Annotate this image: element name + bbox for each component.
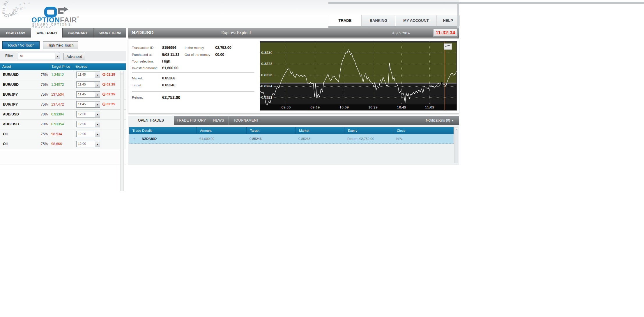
scroll-up-icon[interactable]: ▲ — [455, 128, 458, 131]
dropdown-arrow-icon[interactable]: ▼ — [95, 131, 100, 137]
asset-payout: 75% — [34, 102, 48, 106]
asset-row[interactable]: Oil 75% 98.534 12:00▼ — [0, 129, 126, 139]
target-value: 0.85246 — [162, 83, 175, 87]
expiry-select[interactable]: 11:45▼ — [76, 81, 100, 88]
expiry-select[interactable]: 12:00▼ — [76, 131, 100, 137]
dropdown-arrow-icon[interactable]: ▼ — [95, 92, 100, 97]
asset-name: AUD/USD — [3, 122, 19, 126]
asset-row[interactable]: AUD/USD 70% 0.93394 12:00▼ — [0, 110, 126, 120]
countdown-timer: 02:25 — [102, 92, 115, 96]
dropdown-arrow-icon[interactable]: ▼ — [95, 141, 100, 147]
asset-row[interactable]: EUR/JPY 75% 137.534 11:45▼ 02:25 — [0, 90, 126, 100]
asset-row[interactable]: AUD/USD 70% 0.93354 12:00▼ — [0, 120, 126, 129]
trade-target: 0.85246 — [246, 134, 295, 143]
in-the-money-label: In the money — [185, 46, 204, 49]
asset-target-price: 1.34072 — [51, 83, 64, 87]
line-chart-icon — [444, 44, 451, 49]
dropdown-arrow-icon[interactable]: ▼ — [95, 101, 100, 107]
asset-target-price: 98.666 — [51, 142, 62, 146]
bottom-tabbar: OPEN TRADES TRADE HISTORY NEWS TOURNAMEN… — [128, 116, 459, 125]
asset-name: Oil — [3, 142, 8, 146]
asset-name: EUR/USD — [3, 83, 19, 87]
nav-tab-banking[interactable]: BANKING — [361, 15, 396, 26]
open-trades-table: Trade Details Amount Target Market Expir… — [129, 127, 454, 144]
filter-label: Filter — [5, 54, 13, 58]
brand-fair: FAIR — [60, 16, 77, 24]
tab-boundary[interactable]: BOUNDARY — [63, 28, 93, 38]
col-trade-details: Trade Details — [129, 127, 196, 134]
touch-no-touch-button[interactable]: Touch / No Touch — [2, 41, 40, 49]
asset-payout: 70% — [34, 122, 48, 126]
svg-text:0.8522: 0.8522 — [261, 96, 273, 99]
nav-tab-help[interactable]: HELP — [436, 15, 460, 26]
notifications-dropdown[interactable]: Notifications (0)▼ — [426, 116, 454, 125]
clock-icon — [102, 92, 106, 96]
dropdown-arrow-icon[interactable]: ▼ — [95, 72, 100, 78]
tab-high-low[interactable]: HIGH / LOW — [0, 28, 31, 38]
expiry-select[interactable]: 11:45▼ — [76, 101, 100, 108]
scroll-up-icon[interactable]: ▲ — [121, 71, 123, 74]
tab-trade-history[interactable]: TRADE HISTORY — [174, 116, 209, 125]
nav-underbar — [328, 26, 459, 28]
asset-list-scrollbar[interactable]: ▲ — [120, 71, 124, 191]
invested-amount-value: €1,600.00 — [162, 66, 178, 70]
dropdown-arrow-icon[interactable]: ▼ — [95, 82, 100, 88]
col-target-price: Target Price — [49, 63, 70, 70]
col-asset: Asset — [2, 63, 11, 70]
transaction-id-label: Transaction ID: — [132, 46, 155, 49]
clock-icon — [102, 83, 106, 86]
expiry-select[interactable]: 12:00▼ — [76, 121, 100, 127]
market-value: 0.85268 — [162, 76, 175, 80]
col-amount: Amount — [196, 127, 246, 134]
svg-text:09:30: 09:30 — [281, 106, 291, 109]
tab-short-term[interactable]: SHORT TERM — [93, 28, 126, 38]
tab-one-touch[interactable]: ONE TOUCH — [31, 28, 63, 38]
chart-type-button[interactable] — [444, 43, 452, 50]
svg-text:0.8528: 0.8528 — [261, 62, 273, 66]
instrument-header-bar: NZD/USD Expires: Expired Aug 5 2014 11:3… — [128, 28, 459, 38]
target-label: Target: — [132, 83, 142, 87]
asset-payout: 75% — [34, 132, 48, 136]
dropdown-arrow-icon[interactable]: ▼ — [95, 111, 100, 117]
dropdown-arrow-icon[interactable]: ▼ — [55, 53, 60, 59]
tab-news[interactable]: NEWS — [209, 116, 229, 125]
countdown-timer: 02:25 — [102, 102, 115, 106]
svg-text:11:09: 11:09 — [425, 106, 434, 109]
tab-open-trades[interactable]: OPEN TRADES — [128, 116, 174, 125]
filter-select[interactable]: All ▼ — [18, 53, 60, 59]
expiry-select[interactable]: 12:00▼ — [76, 141, 100, 147]
nav-tab-my-account[interactable]: MY ACCOUNT — [395, 15, 437, 26]
window-top-strip — [328, 2, 644, 4]
asset-name: EUR/USD — [3, 73, 19, 77]
asset-row[interactable]: Oil 75% 98.666 12:00▼ — [0, 139, 126, 149]
open-trade-row[interactable]: ↑ NZD/USD €1,600.00 0.85246 0.85268 Retu… — [129, 134, 454, 144]
divider — [132, 91, 254, 92]
tab-tournament[interactable]: TOURNAMENT — [229, 116, 263, 125]
market-label: Market: — [132, 76, 143, 80]
asset-row[interactable]: EUR/JPY 75% 137.472 11:45▼ 02:25 — [0, 100, 126, 110]
asset-row[interactable]: EUR/USD 75% 1.34072 11:45▼ 02:25 — [0, 80, 126, 90]
svg-text:10:09: 10:09 — [339, 106, 349, 109]
asset-target-price: 98.534 — [51, 132, 62, 136]
svg-text:0.8530: 0.8530 — [261, 51, 273, 55]
expiry-select[interactable]: 11:45▼ — [76, 72, 100, 78]
current-date: Aug 5 2014 — [392, 31, 410, 35]
advanced-button[interactable]: Advanced — [63, 53, 85, 60]
svg-text:0.8524: 0.8524 — [261, 84, 273, 88]
trades-scrollbar[interactable]: ▲ — [454, 127, 458, 163]
expiry-select[interactable]: 11:45▼ — [76, 91, 100, 98]
trade-close: N/A — [393, 134, 454, 143]
trade-market: 0.85268 — [295, 134, 344, 143]
svg-text:0.8526: 0.8526 — [261, 73, 273, 77]
return-label: Return: — [132, 96, 143, 99]
trade-expiry: Return: €2,752.00 — [344, 134, 393, 143]
high-yield-touch-button[interactable]: High Yield Touch — [43, 41, 78, 49]
dropdown-arrow-icon[interactable]: ▼ — [95, 121, 100, 127]
countdown-timer: 02:25 — [102, 83, 115, 86]
expiry-select[interactable]: 12:00▼ — [76, 111, 100, 117]
filter-value: All — [20, 54, 23, 58]
trade-details-panel: Transaction ID: 8156956 In the money €2,… — [128, 38, 459, 113]
your-selection-label: Your selection: — [132, 60, 154, 63]
asset-row[interactable]: EUR/USD 75% 1.34012 11:45▼ 02:25 — [0, 70, 126, 80]
asset-list: EUR/USD 75% 1.34012 11:45▼ 02:25 EUR/USD… — [0, 70, 126, 149]
